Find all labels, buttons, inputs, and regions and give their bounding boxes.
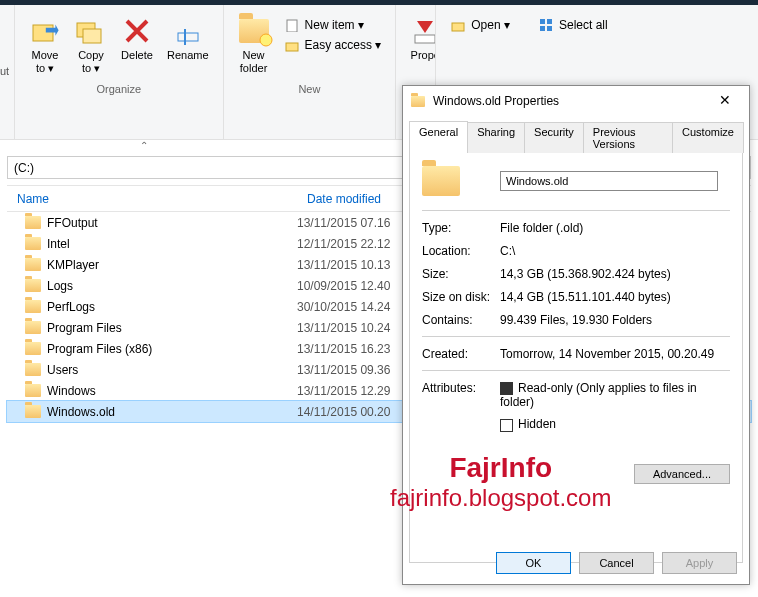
properties-button[interactable]: Prope (404, 11, 436, 66)
folder-icon (25, 237, 41, 250)
folder-icon (411, 96, 425, 107)
select-all-button[interactable]: Select all (532, 15, 614, 35)
cancel-button[interactable]: Cancel (579, 552, 654, 574)
tab-security[interactable]: Security (524, 122, 584, 153)
dialog-title: Windows.old Properties (433, 94, 559, 108)
divider (422, 370, 730, 371)
item-date: 13/11/2015 09.36 (297, 363, 390, 377)
contains-value: 99.439 Files, 19.930 Folders (500, 313, 730, 327)
tabstrip: General Sharing Security Previous Versio… (409, 120, 743, 151)
svg-rect-6 (287, 20, 297, 32)
created-value: Tomorrow, 14 November 2015, 00.20.49 (500, 347, 730, 361)
folder-icon (25, 321, 41, 334)
svg-rect-3 (178, 33, 198, 41)
tab-sharing[interactable]: Sharing (467, 122, 525, 153)
select-all-icon (538, 17, 554, 33)
delete-icon (121, 15, 153, 47)
svg-rect-4 (184, 29, 186, 45)
easy-access-button[interactable]: Easy access ▾ (278, 35, 388, 55)
ribbon-group-new: New folder New item ▾ Easy access ▾ New (224, 5, 397, 139)
item-name: Intel (47, 237, 297, 251)
move-to-button[interactable]: Move to ▾ (23, 11, 67, 79)
item-date: 10/09/2015 12.40 (297, 279, 390, 293)
item-name: Windows.old (47, 405, 297, 419)
copy-to-icon (75, 15, 107, 47)
tab-previous-versions[interactable]: Previous Versions (583, 122, 673, 153)
item-name: Windows (47, 384, 297, 398)
item-date: 13/11/2015 10.24 (297, 321, 390, 335)
folder-icon (25, 384, 41, 397)
delete-button[interactable]: Delete (115, 11, 159, 79)
item-date: 14/11/2015 00.20 (297, 405, 390, 419)
item-date: 13/11/2015 10.13 (297, 258, 390, 272)
readonly-checkbox[interactable] (500, 382, 513, 395)
item-name: Program Files (x86) (47, 342, 297, 356)
svg-rect-13 (547, 26, 552, 31)
tab-general[interactable]: General (409, 121, 468, 152)
rename-icon (172, 15, 204, 47)
svg-rect-9 (452, 23, 464, 31)
folder-icon (25, 342, 41, 355)
ok-button[interactable]: OK (496, 552, 571, 574)
new-item-button[interactable]: New item ▾ (278, 15, 388, 35)
close-button[interactable]: ✕ (705, 88, 745, 112)
divider (422, 336, 730, 337)
ribbon-group-organize: Move to ▾ Copy to ▾ Delete Rename Organi… (15, 5, 224, 139)
location-value: C:\ (500, 244, 730, 258)
dialog-buttons: OK Cancel Apply (496, 552, 737, 574)
svg-rect-0 (33, 25, 53, 41)
item-name: FFOutput (47, 216, 297, 230)
advanced-button[interactable]: Advanced... (634, 464, 730, 484)
open-button[interactable]: Open ▾ (444, 15, 516, 35)
size-on-disk-value: 14,4 GB (15.511.101.440 bytes) (500, 290, 730, 304)
svg-rect-7 (286, 43, 298, 51)
svg-point-5 (260, 34, 272, 46)
folder-icon (25, 279, 41, 292)
folder-icon (25, 405, 41, 418)
item-name: Program Files (47, 321, 297, 335)
item-name: PerfLogs (47, 300, 297, 314)
item-date: 13/11/2015 12.29 (297, 384, 390, 398)
item-date: 12/11/2015 22.12 (297, 237, 390, 251)
item-name: Users (47, 363, 297, 377)
hidden-checkbox[interactable] (500, 419, 513, 432)
open-icon (450, 17, 466, 33)
breadcrumb-chevron: ⌃ (140, 140, 148, 151)
folder-icon (25, 300, 41, 313)
folder-icon (25, 258, 41, 271)
ribbon-partial-left: ut (0, 5, 15, 139)
easy-access-icon (284, 37, 300, 53)
item-date: 30/10/2015 14.24 (297, 300, 390, 314)
copy-to-button[interactable]: Copy to ▾ (69, 11, 113, 79)
divider (422, 210, 730, 211)
rename-button[interactable]: Rename (161, 11, 215, 79)
tab-panel-general: Type:File folder (.old) Location:C:\ Siz… (409, 151, 743, 563)
item-name: Logs (47, 279, 297, 293)
name-input[interactable] (500, 171, 718, 191)
svg-rect-2 (83, 29, 101, 43)
item-date: 13/11/2015 16.23 (297, 342, 390, 356)
apply-button[interactable]: Apply (662, 552, 737, 574)
size-value: 14,3 GB (15.368.902.424 bytes) (500, 267, 730, 281)
hidden-label: Hidden (518, 417, 556, 431)
properties-dialog: Windows.old Properties ✕ General Sharing… (402, 85, 750, 585)
group-label-new: New (232, 83, 388, 95)
tab-customize[interactable]: Customize (672, 122, 744, 153)
properties-icon (409, 15, 436, 47)
group-label-organize: Organize (23, 83, 215, 95)
folder-big-icon (422, 166, 500, 196)
folder-icon (25, 363, 41, 376)
svg-rect-12 (540, 26, 545, 31)
new-folder-button[interactable]: New folder (232, 11, 276, 79)
readonly-label: Read-only (Only applies to files in fold… (500, 381, 697, 409)
dialog-titlebar[interactable]: Windows.old Properties ✕ (403, 86, 749, 116)
folder-icon (25, 216, 41, 229)
svg-rect-10 (540, 19, 545, 24)
column-name[interactable]: Name (7, 192, 297, 206)
svg-rect-11 (547, 19, 552, 24)
move-to-icon (29, 15, 61, 47)
type-value: File folder (.old) (500, 221, 730, 235)
new-item-icon (284, 17, 300, 33)
new-folder-icon (238, 15, 270, 47)
item-date: 13/11/2015 07.16 (297, 216, 390, 230)
